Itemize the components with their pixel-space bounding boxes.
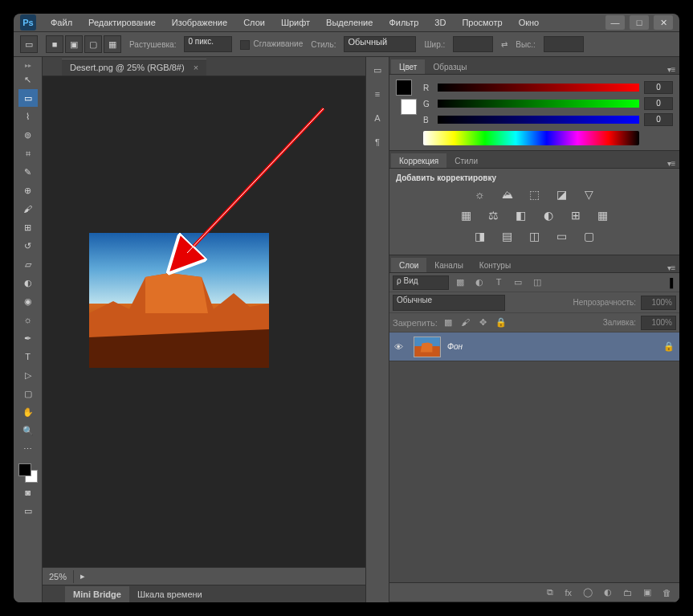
color-panel-menu-icon[interactable]: ▾≡ (663, 65, 679, 74)
opacity-value[interactable]: 100% (641, 296, 676, 310)
antialias-checkbox[interactable]: Сглаживание (240, 39, 303, 49)
healing-tool[interactable]: ⊕ (18, 182, 38, 199)
gradient-tool[interactable]: ◐ (18, 274, 38, 292)
color-swatch[interactable] (18, 463, 38, 483)
character-panel-icon[interactable]: A (369, 110, 385, 126)
color-balance-icon[interactable]: ⚖ (485, 208, 503, 222)
lock-all-icon[interactable]: 🔒 (495, 317, 507, 328)
layer-item[interactable]: 👁 Фон 🔒 (389, 332, 679, 361)
add-selection-icon[interactable]: ▣ (65, 35, 83, 53)
status-info-icon[interactable]: ▸ (80, 571, 85, 581)
tab-adjustments[interactable]: Коррекция (391, 153, 446, 168)
type-tool[interactable]: T (18, 348, 38, 365)
tab-layers[interactable]: Слои (391, 258, 426, 272)
lock-transparency-icon[interactable]: ▩ (442, 317, 454, 328)
b-value[interactable]: 0 (644, 113, 673, 126)
group-icon[interactable]: 🗀 (623, 588, 632, 598)
screen-mode-icon[interactable]: ▭ (18, 502, 38, 520)
style-select[interactable]: Обычный (344, 36, 416, 52)
width-input[interactable] (453, 36, 493, 52)
curves-icon[interactable]: ⬚ (526, 187, 544, 202)
document-close-icon[interactable]: × (194, 63, 198, 72)
tab-channels[interactable]: Каналы (426, 258, 471, 272)
brightness-icon[interactable]: ☼ (471, 187, 489, 202)
adjust-panel-menu-icon[interactable]: ▾≡ (663, 159, 679, 168)
layer-filter-select[interactable]: ρ Вид (393, 275, 449, 290)
filter-pixel-icon[interactable]: ▩ (454, 277, 467, 288)
menu-layers[interactable]: Слои (237, 15, 271, 30)
zoom-tool[interactable]: 🔍 (18, 422, 38, 439)
blur-tool[interactable]: ◉ (18, 292, 38, 310)
filter-type-icon[interactable]: T (492, 277, 505, 288)
pen-tool[interactable]: ✒ (18, 329, 38, 347)
bw-icon[interactable]: ◧ (512, 208, 530, 222)
vibrance-icon[interactable]: ▽ (581, 187, 598, 202)
tab-color[interactable]: Цвет (391, 59, 425, 74)
threshold-icon[interactable]: ◫ (526, 229, 544, 243)
fill-value[interactable]: 100% (641, 316, 676, 330)
intersect-selection-icon[interactable]: ▦ (104, 35, 121, 53)
maximize-button[interactable]: □ (630, 15, 649, 30)
r-slider[interactable] (438, 84, 639, 92)
quick-select-tool[interactable]: ⊚ (18, 126, 38, 144)
menu-file[interactable]: Файл (44, 15, 79, 30)
foreground-color[interactable] (18, 463, 31, 476)
menu-select[interactable]: Выделение (320, 15, 379, 30)
brush-tool[interactable]: 🖌 (18, 200, 38, 218)
g-value[interactable]: 0 (644, 97, 673, 110)
history-panel-icon[interactable]: ▭ (369, 62, 385, 78)
dodge-tool[interactable]: ☼ (18, 311, 38, 328)
menu-filter[interactable]: Фильтр (382, 15, 425, 30)
menu-view[interactable]: Просмотр (455, 15, 508, 30)
b-slider[interactable] (438, 116, 639, 124)
menu-window[interactable]: Окно (512, 15, 546, 30)
shape-tool[interactable]: ▢ (18, 385, 38, 402)
quick-mask-icon[interactable]: ◙ (18, 483, 38, 501)
tab-mini-bridge[interactable]: Mini Bridge (65, 586, 129, 602)
tab-swatches[interactable]: Образцы (425, 59, 475, 74)
lock-position-icon[interactable]: ✥ (478, 317, 489, 328)
path-select-tool[interactable]: ▷ (18, 366, 38, 384)
subtract-selection-icon[interactable]: ▢ (84, 35, 102, 53)
hue-icon[interactable]: ▦ (458, 208, 475, 222)
hand-tool[interactable]: ✋ (18, 403, 38, 421)
r-value[interactable]: 0 (644, 81, 673, 94)
close-button[interactable]: ✕ (654, 15, 673, 30)
menu-image[interactable]: Изображение (165, 15, 234, 30)
filter-shape-icon[interactable]: ▭ (512, 277, 524, 288)
color-spectrum[interactable] (423, 131, 639, 145)
crop-tool[interactable]: ⌗ (18, 145, 38, 162)
tool-preset-icon[interactable]: ▭ (20, 35, 38, 53)
edit-toolbar-icon[interactable]: ⋯ (18, 440, 38, 458)
exposure-icon[interactable]: ◪ (553, 187, 571, 202)
link-layers-icon[interactable]: ⧉ (547, 587, 553, 598)
properties-panel-icon[interactable]: ≡ (369, 86, 385, 102)
lasso-tool[interactable]: ⌇ (18, 108, 38, 125)
invert-icon[interactable]: ◨ (471, 229, 489, 243)
filter-adjustment-icon[interactable]: ◐ (473, 277, 486, 288)
stamp-tool[interactable]: ⊞ (18, 218, 38, 236)
layer-mask-icon[interactable]: ◯ (583, 587, 593, 598)
feather-input[interactable]: 0 пикс. (184, 36, 232, 52)
menu-3d[interactable]: 3D (428, 15, 452, 30)
blend-mode-select[interactable]: Обычные (393, 295, 505, 311)
new-selection-icon[interactable]: ■ (46, 35, 63, 53)
swap-icon[interactable]: ⇄ (501, 40, 508, 49)
new-layer-icon[interactable]: ▣ (643, 587, 651, 598)
color-lookup-icon[interactable]: ▦ (594, 208, 612, 222)
selective-color-icon[interactable]: ▢ (581, 229, 598, 243)
delete-layer-icon[interactable]: 🗑 (662, 588, 671, 598)
layer-style-icon[interactable]: fx (565, 588, 572, 598)
tab-paths[interactable]: Контуры (471, 258, 519, 272)
document-tab[interactable]: Desert.png @ 25% (RGB/8#) × (62, 59, 206, 75)
minimize-button[interactable]: — (605, 15, 625, 30)
eyedropper-tool[interactable]: ✎ (18, 163, 38, 181)
layers-panel-menu-icon[interactable]: ▾≡ (663, 263, 679, 272)
marquee-tool[interactable]: ▭ (18, 89, 38, 107)
layer-thumbnail[interactable] (414, 337, 441, 357)
lock-pixels-icon[interactable]: 🖌 (460, 317, 471, 328)
move-tool[interactable]: ↖ (18, 71, 38, 88)
photo-filter-icon[interactable]: ◐ (540, 208, 557, 222)
height-input[interactable] (544, 36, 584, 52)
toolbox-expand-icon[interactable]: ▸▸ (17, 62, 39, 70)
